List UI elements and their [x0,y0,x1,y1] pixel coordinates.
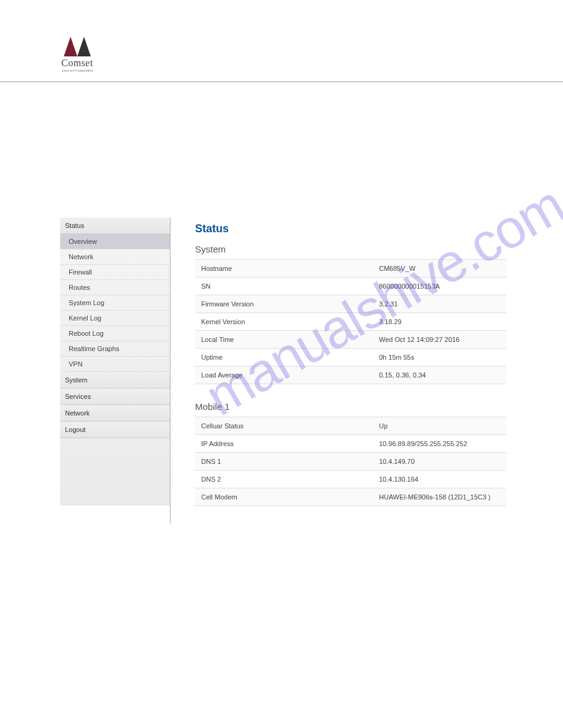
page-title: Status [195,222,507,235]
sidebar-item-reboot-log[interactable]: Reboot Log [60,326,170,341]
sidebar-item-firewall[interactable]: Firewall [60,265,170,280]
table-row: Firmware Version3.2.31 [195,295,507,313]
logo-icon [64,37,91,56]
sidebar-item-overview[interactable]: Overview [60,234,170,249]
row-label: IP Address [195,435,373,453]
row-label: Firmware Version [195,295,373,313]
row-value: HUAWEI-ME906s-158 (12D1_15C3 ) [373,488,507,506]
table-row: IP Address10.96.89.89/255.255.255.252 [195,435,507,453]
row-value: 3.2.31 [373,295,507,313]
logo-tagline: your wi-fi specialist [61,69,93,72]
table-row: Load Average0.15, 0.36, 0.34 [195,366,507,384]
sidebar-item-routes[interactable]: Routes [60,280,170,295]
table-row: SN860000000015153A [195,278,507,295]
info-table-mobile-1: Celluar StatusUpIP Address10.96.89.89/25… [195,417,507,506]
sidebar-item-system-log[interactable]: System Log [60,295,170,311]
sidebar-item-kernel-log[interactable]: Kernel Log [60,311,170,326]
row-value: 10.4.130.164 [373,471,507,488]
sidebar-section-logout[interactable]: Logout [60,422,170,438]
table-row: Local TimeWed Oct 12 14:09:27 2016 [195,331,507,349]
table-row: DNS 210.4.130.164 [195,471,507,488]
sidebar: StatusOverviewNetworkFirewallRoutesSyste… [60,218,170,523]
row-value: CM685V_W [373,260,507,278]
row-value: 0h 15m 55s [373,349,507,366]
document-header: Comset your wi-fi specialist [0,0,563,82]
row-value: 3.18.29 [373,313,507,331]
comset-logo: Comset your wi-fi specialist [61,37,93,72]
section-heading: Mobile 1 [195,401,507,412]
section-heading: System [195,244,507,254]
table-row: Uptime0h 15m 55s [195,349,507,366]
row-label: Hostname [195,260,373,278]
row-value: 10.4.149.70 [373,453,507,471]
row-label: Celluar Status [195,417,373,435]
row-label: Kernel Version [195,313,373,331]
row-label: SN [195,278,373,295]
sidebar-section-system[interactable]: System [60,372,170,389]
row-value: 0.15, 0.36, 0.34 [373,366,507,384]
row-label: Cell Modem [195,488,373,506]
row-value: Wed Oct 12 14:09:27 2016 [373,331,507,349]
table-row: HostnameCM685V_W [195,260,507,278]
row-label: Local Time [195,331,373,349]
row-label: DNS 2 [195,471,373,488]
table-row: DNS 110.4.149.70 [195,453,507,471]
row-value: 860000000015153A [373,278,507,295]
info-table-system: HostnameCM685V_WSN860000000015153AFirmwa… [195,259,507,384]
sidebar-item-vpn[interactable]: VPN [60,357,170,372]
row-value: Up [373,417,507,435]
router-admin-screenshot: StatusOverviewNetworkFirewallRoutesSyste… [60,218,507,523]
logo-brand: Comset [61,58,93,69]
table-row: Kernel Version3.18.29 [195,313,507,331]
sidebar-item-realtime-graphs[interactable]: Realtime Graphs [60,341,170,357]
sidebar-section-status[interactable]: Status [60,218,170,234]
row-value: 10.96.89.89/255.255.255.252 [373,435,507,453]
sidebar-section-network[interactable]: Network [60,405,170,422]
table-row: Celluar StatusUp [195,417,507,435]
sidebar-section-services[interactable]: Services [60,389,170,405]
row-label: Load Average [195,366,373,384]
table-row: Cell ModemHUAWEI-ME906s-158 (12D1_15C3 ) [195,488,507,506]
sidebar-item-network[interactable]: Network [60,249,170,265]
row-label: Uptime [195,349,373,366]
row-label: DNS 1 [195,453,373,471]
main-content: Status SystemHostnameCM685V_WSN860000000… [170,218,507,523]
